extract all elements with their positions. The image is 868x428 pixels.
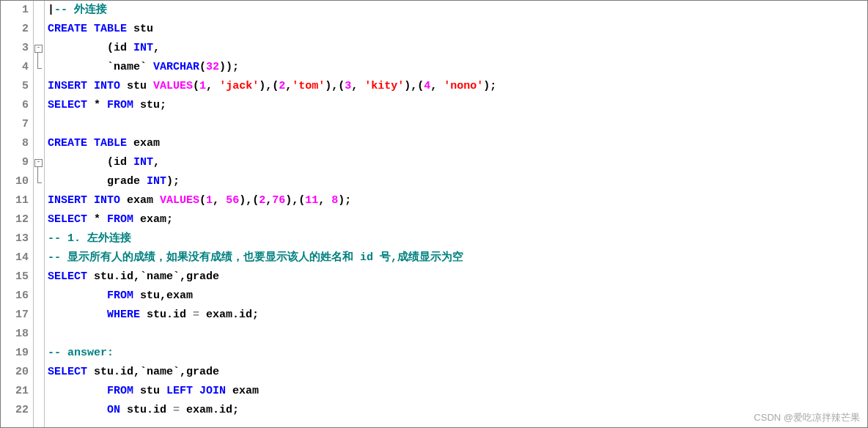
- code-token: ,: [153, 42, 160, 54]
- code-token: );: [483, 80, 496, 92]
- code-token: FROM: [107, 385, 133, 397]
- line-number: 20: [1, 363, 29, 382]
- code-line[interactable]: FROM stu LEFT JOIN exam: [48, 382, 867, 401]
- code-token: *: [87, 99, 107, 111]
- code-token: [193, 385, 199, 397]
- code-token: stu.id,`name`,grade: [87, 366, 219, 378]
- code-token: INT: [133, 42, 153, 54]
- code-token: [87, 137, 94, 150]
- code-line[interactable]: -- 显示所有人的成绩，如果没有成绩，也要显示该人的姓名和 id 号,成绩显示为…: [48, 248, 867, 268]
- fold-toggle-icon[interactable]: -: [34, 45, 43, 53]
- line-number: 21: [1, 382, 29, 401]
- code-token: 'tom': [292, 80, 325, 92]
- code-token: (: [199, 194, 206, 207]
- code-token: 2: [279, 80, 285, 92]
- code-token: ),(: [285, 194, 305, 207]
- code-line[interactable]: SELECT * FROM stu;: [48, 96, 867, 115]
- code-token: 3: [345, 80, 351, 92]
- line-number: 9: [1, 153, 29, 172]
- line-number: 19: [1, 344, 29, 363]
- code-token: ),(: [404, 80, 424, 92]
- code-token: [48, 385, 107, 397]
- code-token: stu: [133, 385, 166, 397]
- code-token: ,: [153, 156, 160, 169]
- code-line[interactable]: SELECT * FROM exam;: [48, 210, 867, 229]
- code-token: =: [193, 309, 199, 321]
- line-number: 16: [1, 287, 29, 306]
- code-token: 32: [206, 61, 219, 73]
- code-line[interactable]: SELECT stu.id,`name`,grade: [48, 268, 867, 287]
- code-token: =: [173, 404, 180, 416]
- line-number: 6: [1, 96, 29, 115]
- code-token: ,: [265, 194, 272, 207]
- code-token: exam: [226, 385, 259, 397]
- fold-gutter[interactable]: --: [34, 1, 45, 427]
- code-token: ),(: [239, 194, 259, 207]
- code-line[interactable]: SELECT stu.id,`name`,grade: [48, 363, 867, 382]
- fold-line: [37, 167, 38, 182]
- code-token: 8: [331, 194, 338, 207]
- code-token: ,: [206, 80, 219, 92]
- code-line[interactable]: `name` VARCHAR(32));: [48, 58, 867, 77]
- code-line[interactable]: ON stu.id = exam.id;: [48, 401, 867, 420]
- code-token: -- 显示所有人的成绩，如果没有成绩，也要显示该人的姓名和 id 号,成绩显示为…: [48, 251, 463, 264]
- code-line[interactable]: INSERT INTO exam VALUES(1, 56),(2,76),(1…: [48, 191, 867, 210]
- code-token: INT: [147, 175, 166, 188]
- code-token: (id: [48, 156, 133, 169]
- code-token: ),(: [259, 80, 279, 92]
- code-token: ));: [219, 61, 239, 73]
- code-token: [48, 404, 107, 416]
- code-token: -- answer:: [48, 347, 114, 359]
- code-token: SELECT: [48, 270, 87, 283]
- line-number: 12: [1, 210, 29, 229]
- code-token: (: [193, 80, 199, 92]
- code-line[interactable]: [48, 325, 867, 344]
- watermark-text: CSDN @爱吃凉拌辣芒果: [754, 411, 860, 424]
- code-token: 'nono': [444, 80, 483, 92]
- code-line[interactable]: CREATE TABLE stu: [48, 20, 867, 39]
- line-number: 18: [1, 325, 29, 344]
- code-token: INTO: [94, 194, 120, 207]
- code-line[interactable]: (id INT,: [48, 153, 867, 172]
- code-token: stu;: [133, 99, 166, 111]
- code-token: [87, 80, 94, 92]
- line-number: 7: [1, 115, 29, 134]
- code-line[interactable]: CREATE TABLE exam: [48, 134, 867, 153]
- code-area[interactable]: |-- 外连接CREATE TABLE stu (id INT, `name` …: [45, 1, 867, 427]
- code-line[interactable]: |-- 外连接: [48, 1, 867, 20]
- code-token: |: [48, 4, 54, 16]
- code-line[interactable]: FROM stu,exam: [48, 287, 867, 306]
- code-token: [87, 23, 94, 35]
- code-line[interactable]: -- 1. 左外连接: [48, 229, 867, 248]
- code-token: SELECT: [48, 366, 87, 378]
- line-number: 10: [1, 172, 29, 191]
- code-token: 4: [424, 80, 430, 92]
- line-number: 3: [1, 39, 29, 58]
- code-token: stu: [127, 23, 153, 35]
- code-token: TABLE: [94, 23, 127, 35]
- code-token: );: [166, 175, 180, 188]
- code-line[interactable]: -- answer:: [48, 344, 867, 363]
- code-token: ,: [285, 80, 292, 92]
- code-line[interactable]: INSERT INTO stu VALUES(1, 'jack'),(2,'to…: [48, 77, 867, 96]
- code-token: [48, 309, 107, 321]
- code-token: SELECT: [48, 99, 87, 111]
- code-token: stu.id,`name`,grade: [87, 270, 219, 283]
- code-token: WHERE: [107, 309, 140, 321]
- code-token: [87, 194, 94, 207]
- code-token: ,: [430, 80, 444, 92]
- code-line[interactable]: WHERE stu.id = exam.id;: [48, 306, 867, 325]
- code-line[interactable]: (id INT,: [48, 39, 867, 58]
- code-token: grade: [48, 175, 147, 188]
- code-token: 56: [226, 194, 239, 207]
- code-token: VALUES: [153, 80, 193, 92]
- code-line[interactable]: [48, 115, 867, 134]
- code-editor[interactable]: 12345678910111213141516171819202122 -- |…: [0, 0, 868, 428]
- fold-line: [37, 53, 38, 67]
- code-token: exam;: [133, 213, 173, 226]
- code-line[interactable]: grade INT);: [48, 172, 867, 191]
- code-token: INSERT: [48, 80, 87, 92]
- code-token: (: [199, 61, 206, 73]
- fold-toggle-icon[interactable]: -: [34, 159, 43, 167]
- code-token: FROM: [107, 99, 133, 111]
